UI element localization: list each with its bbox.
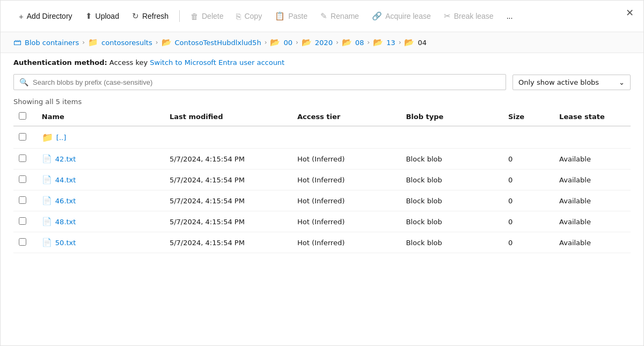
cell-tier: Hot (Inferred) [292, 170, 400, 190]
file-link[interactable]: 📄42.txt [42, 154, 159, 164]
folder-00-icon: 📂 [270, 38, 280, 47]
cell-size: 0 [503, 170, 554, 190]
cell-tier: Hot (Inferred) [292, 149, 400, 170]
file-link[interactable]: 📄46.txt [42, 196, 159, 205]
breadcrumb-00[interactable]: 📂 00 [270, 38, 292, 47]
col-name-header: Name [36, 108, 164, 126]
cell-lease: Available [554, 211, 631, 232]
cell-size [503, 126, 554, 149]
switch-auth-link[interactable]: Switch to Microsoft Entra user account [150, 58, 284, 67]
toolbar-separator-1 [179, 10, 180, 22]
items-count: Showing all 5 items [1, 94, 643, 108]
auth-method-bar: Authentication method: Access key Switch… [1, 53, 643, 70]
cell-blob_type: Block blob [400, 190, 502, 211]
folder-04-icon: 📂 [404, 38, 414, 47]
breadcrumb-container[interactable]: 📂 ContosoTestHubdlxlud5h [162, 38, 261, 47]
paste-icon: 📋 [275, 11, 285, 21]
row-checkbox[interactable] [19, 175, 26, 183]
breadcrumb-sep-1: › [82, 39, 85, 46]
row-checkbox[interactable] [19, 238, 26, 246]
filter-dropdown[interactable]: Only show active blobs ⌄ [513, 75, 631, 90]
cell-lease: Available [554, 232, 631, 253]
rename-button[interactable]: ✎ Rename [315, 8, 364, 24]
acquire-lease-button[interactable]: 🔗 Acquire lease [367, 8, 436, 24]
chevron-down-icon: ⌄ [619, 78, 625, 86]
add-icon: + [19, 12, 24, 21]
col-type-header: Blob type [400, 108, 502, 126]
cell-size: 0 [503, 211, 554, 232]
col-size-header: Size [503, 108, 554, 126]
paste-button[interactable]: 📋 Paste [269, 8, 313, 24]
refresh-icon: ↻ [132, 11, 139, 21]
delete-button[interactable]: 🗑 Delete [185, 9, 229, 24]
search-input[interactable] [33, 78, 500, 86]
cell-size: 0 [503, 232, 554, 253]
folder-2020-icon: 📂 [302, 38, 312, 47]
file-icon: 📄 [42, 154, 52, 164]
cell-blob_type [400, 126, 502, 149]
cell-blob_type: Block blob [400, 149, 502, 170]
breadcrumb-08[interactable]: 📂 08 [342, 38, 364, 47]
acquire-lease-icon: 🔗 [372, 11, 382, 21]
copy-button[interactable]: ⎘ Copy [231, 9, 267, 24]
break-lease-icon: ✂ [444, 11, 451, 21]
file-icon: 📄 [42, 238, 52, 247]
cell-modified: 5/7/2024, 4:15:54 PM [164, 170, 292, 190]
breadcrumb-blob-containers[interactable]: 🗃 Blob containers [13, 38, 79, 47]
breadcrumb-13[interactable]: 📂 13 [373, 38, 396, 47]
breadcrumb-sep-4: › [296, 39, 298, 46]
table-row: 📄48.txt5/7/2024, 4:15:54 PMHot (Inferred… [13, 211, 631, 232]
file-link[interactable]: 📄44.txt [42, 175, 159, 185]
row-checkbox[interactable] [19, 133, 26, 141]
breadcrumb-sep-2: › [156, 39, 158, 46]
row-checkbox[interactable] [19, 217, 26, 225]
cell-tier: Hot (Inferred) [292, 211, 400, 232]
row-checkbox[interactable] [19, 154, 26, 162]
select-all-checkbox[interactable] [19, 112, 26, 120]
breadcrumb-04: 📂 04 [404, 38, 427, 47]
table-row: 📁[..] [13, 126, 631, 149]
folder-08-icon: 📂 [342, 38, 352, 47]
refresh-button[interactable]: ↻ Refresh [127, 8, 174, 24]
table-row: 📄44.txt5/7/2024, 4:15:54 PMHot (Inferred… [13, 170, 631, 190]
breadcrumb: 🗃 Blob containers › 📁 contosoresults › 📂… [1, 32, 643, 53]
search-box[interactable]: 🔍 [13, 74, 506, 90]
row-checkbox[interactable] [19, 196, 26, 204]
col-modified-header: Last modified [164, 108, 292, 126]
folder-link[interactable]: 📁[..] [42, 132, 159, 143]
toolbar: + Add Directory ⬆ Upload ↻ Refresh 🗑 Del… [1, 1, 643, 32]
breadcrumb-sep-5: › [336, 39, 339, 46]
delete-icon: 🗑 [191, 12, 199, 21]
cell-lease: Available [554, 170, 631, 190]
file-link[interactable]: 📄48.txt [42, 217, 159, 226]
col-tier-header: Access tier [292, 108, 400, 126]
cell-modified: 5/7/2024, 4:15:54 PM [164, 149, 292, 170]
more-options-button[interactable]: ... [501, 9, 518, 24]
table-row: 📄46.txt5/7/2024, 4:15:54 PMHot (Inferred… [13, 190, 631, 211]
folder-icon: 📁 [42, 132, 53, 143]
table-row: 📄42.txt5/7/2024, 4:15:54 PMHot (Inferred… [13, 149, 631, 170]
add-directory-button[interactable]: + Add Directory [13, 9, 78, 24]
file-icon: 📄 [42, 196, 52, 205]
contosoresults-icon: 📁 [88, 38, 98, 47]
cell-modified: 5/7/2024, 4:15:54 PM [164, 211, 292, 232]
cell-tier: Hot (Inferred) [292, 232, 400, 253]
blob-table-container: Name Last modified Access tier Blob type… [1, 108, 643, 253]
cell-modified: 5/7/2024, 4:15:54 PM [164, 190, 292, 211]
break-lease-button[interactable]: ✂ Break lease [438, 8, 499, 24]
upload-button[interactable]: ⬆ Upload [80, 8, 125, 24]
file-icon: 📄 [42, 175, 52, 185]
cell-lease [554, 126, 631, 149]
col-lease-header: Lease state [554, 108, 631, 126]
breadcrumb-contosoresults[interactable]: 📁 contosoresults [88, 38, 152, 47]
cell-size: 0 [503, 190, 554, 211]
cell-modified [164, 126, 292, 149]
cell-size: 0 [503, 149, 554, 170]
blob-table: Name Last modified Access tier Blob type… [13, 108, 631, 253]
breadcrumb-2020[interactable]: 📂 2020 [302, 38, 333, 47]
container-icon: 📂 [162, 38, 172, 47]
file-link[interactable]: 📄50.txt [42, 238, 159, 247]
folder-13-icon: 📂 [373, 38, 383, 47]
cell-lease: Available [554, 190, 631, 211]
close-button[interactable]: ✕ [626, 8, 634, 18]
